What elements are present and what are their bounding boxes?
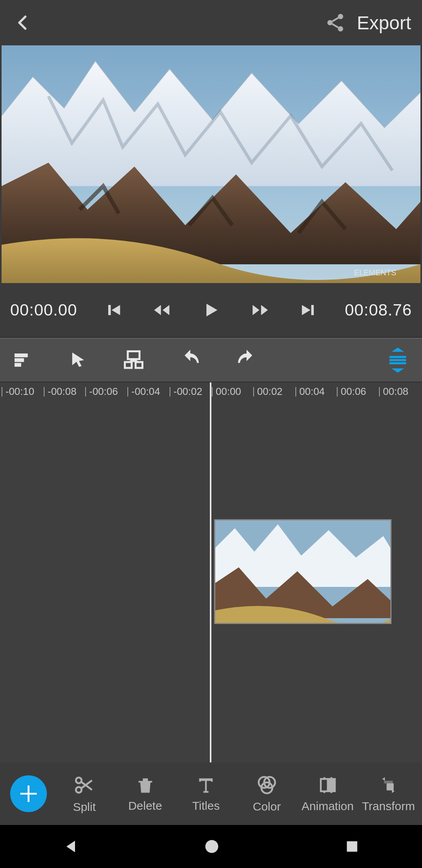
plus-icon	[18, 783, 39, 805]
square-recents-icon	[344, 839, 360, 854]
android-navbar	[0, 825, 422, 868]
svg-rect-19	[321, 779, 328, 791]
ruler-tick: 00:02	[257, 386, 283, 398]
redo-button[interactable]	[235, 349, 258, 371]
ruler-tick: 00:06	[341, 386, 366, 398]
fast-rewind-button[interactable]	[152, 299, 172, 321]
fast-rewind-icon	[152, 300, 172, 320]
scissors-icon	[73, 774, 96, 796]
svg-point-22	[205, 840, 218, 853]
animation-icon	[317, 775, 338, 796]
back-button[interactable]	[14, 14, 32, 32]
playhead[interactable]	[210, 382, 211, 762]
header-bar: Export	[0, 0, 422, 45]
svg-rect-20	[328, 779, 335, 791]
android-back-button[interactable]	[62, 838, 79, 855]
edit-toolbar	[0, 338, 422, 382]
expand-vertical-icon	[385, 348, 410, 373]
track-list-icon	[12, 349, 34, 371]
play-button[interactable]	[200, 299, 222, 321]
titles-tool[interactable]: Titles	[175, 775, 236, 812]
fast-forward-button[interactable]	[250, 299, 270, 321]
add-media-button[interactable]	[10, 775, 47, 812]
svg-rect-10	[390, 356, 406, 358]
svg-rect-11	[390, 359, 406, 361]
color-rings-icon	[256, 774, 278, 796]
timeline[interactable]: -00:10 -00:08 -00:06 -00:04 -00:02 00:00…	[0, 382, 422, 762]
share-button[interactable]	[325, 12, 346, 33]
transform-tool[interactable]: Transform	[358, 775, 419, 813]
svg-rect-9	[136, 362, 143, 368]
ruler-tick: 00:00	[216, 386, 241, 398]
delete-tool[interactable]: Delete	[115, 775, 176, 812]
svg-rect-12	[390, 362, 406, 364]
trash-icon	[135, 775, 156, 795]
svg-rect-23	[347, 841, 358, 852]
preview-watermark: ELEMENTS	[354, 268, 396, 277]
preview-image: ELEMENTS	[2, 45, 420, 283]
skip-next-icon	[299, 300, 319, 320]
color-label: Color	[253, 800, 281, 813]
android-recents-button[interactable]	[344, 839, 360, 854]
total-duration: 00:08.76	[345, 301, 412, 319]
ruler-tick: -00:06	[89, 386, 118, 398]
fast-forward-icon	[250, 300, 270, 320]
pointer-icon	[68, 350, 88, 370]
svg-point-1	[327, 20, 333, 25]
text-icon	[196, 775, 216, 795]
svg-rect-6	[14, 363, 21, 367]
play-icon	[200, 299, 222, 321]
ruler-tick: -00:04	[131, 386, 160, 398]
split-tool[interactable]: Split	[54, 774, 115, 814]
skip-previous-button[interactable]	[103, 299, 123, 321]
ruler-tick: -00:10	[5, 386, 34, 398]
android-home-button[interactable]	[203, 838, 220, 855]
clip-thumbnail	[215, 520, 392, 624]
svg-rect-4	[14, 353, 28, 357]
animation-tool[interactable]: Animation	[297, 775, 358, 813]
svg-point-2	[338, 26, 343, 32]
circle-home-icon	[203, 838, 220, 855]
undo-icon	[179, 349, 202, 371]
bottom-toolbar: Split Delete Titles Color Animation T	[0, 762, 422, 825]
undo-button[interactable]	[179, 349, 202, 371]
triangle-back-icon	[62, 838, 79, 855]
video-preview[interactable]: ELEMENTS	[2, 45, 420, 283]
animation-label: Animation	[302, 800, 354, 813]
ruler-tick: -00:08	[48, 386, 77, 398]
svg-point-0	[338, 14, 343, 20]
transform-icon	[378, 775, 399, 796]
preview-wrap: ELEMENTS	[0, 45, 422, 283]
current-timecode: 00:00.00	[10, 301, 77, 319]
pointer-tool-button[interactable]	[68, 350, 88, 370]
color-tool[interactable]: Color	[236, 774, 297, 813]
titles-label: Titles	[192, 799, 220, 812]
transform-label: Transform	[362, 800, 415, 813]
back-icon	[14, 14, 32, 32]
timeline-clip[interactable]	[214, 519, 392, 624]
skip-previous-icon	[103, 300, 123, 320]
skip-next-button[interactable]	[299, 299, 319, 321]
delete-label: Delete	[128, 799, 162, 812]
track-list-button[interactable]	[12, 349, 34, 371]
playback-bar: 00:00.00 00:08.76	[0, 283, 422, 338]
svg-rect-5	[14, 358, 24, 362]
split-label: Split	[73, 800, 96, 814]
redo-icon	[235, 349, 258, 371]
export-button[interactable]: Export	[357, 12, 411, 34]
expand-tracks-button[interactable]	[385, 348, 410, 373]
storyboard-icon	[122, 348, 145, 372]
svg-rect-8	[125, 362, 132, 368]
storyboard-button[interactable]	[122, 348, 145, 372]
ruler-tick: 00:04	[299, 386, 325, 398]
ruler-tick: 00:08	[383, 386, 408, 398]
svg-rect-21	[387, 784, 394, 791]
share-icon	[325, 12, 346, 33]
ruler-tick: -00:02	[173, 386, 202, 398]
